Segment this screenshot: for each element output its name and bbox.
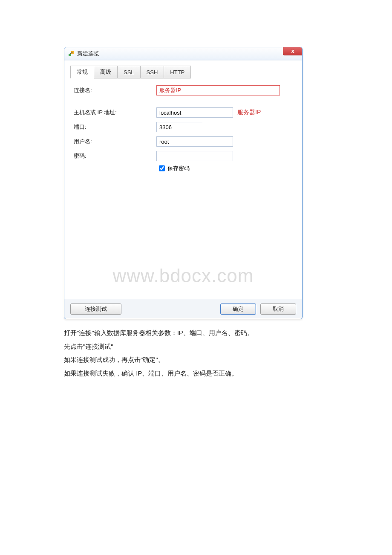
svg-rect-0 xyxy=(69,54,71,56)
cancel-button[interactable]: 取消 xyxy=(260,304,296,315)
label-save-password: 保存密码 xyxy=(167,165,190,172)
ok-button[interactable]: 确定 xyxy=(220,304,256,315)
port-input[interactable] xyxy=(156,122,203,132)
save-password-checkbox[interactable] xyxy=(159,165,165,171)
instruction-line: 如果连接测试失败，确认 IP、端口、用户名、密码是否正确。 xyxy=(64,367,328,380)
dialog-footer: 连接测试 确定 取消 xyxy=(64,299,302,319)
tab-advanced[interactable]: 高级 xyxy=(94,66,118,78)
label-password: 密码: xyxy=(71,152,156,160)
label-host: 主机名或 IP 地址: xyxy=(71,109,156,116)
conn-name-input[interactable] xyxy=(156,85,280,95)
host-input[interactable] xyxy=(156,107,233,118)
watermark: www.bdocx.com xyxy=(64,265,302,286)
tab-ssl[interactable]: SSL xyxy=(118,66,141,78)
instructions: 打开"连接"输入数据库服务器相关参数：IP、端口、用户名、密码。 先点击"连接测… xyxy=(64,326,328,380)
user-input[interactable] xyxy=(156,136,233,147)
tab-ssh[interactable]: SSH xyxy=(141,66,164,78)
label-user: 用户名: xyxy=(71,138,156,145)
tab-http[interactable]: HTTP xyxy=(164,66,191,78)
label-port: 端口: xyxy=(71,123,156,131)
host-annotation: 服务器IP xyxy=(237,109,261,116)
password-input[interactable] xyxy=(156,151,233,161)
test-connection-button[interactable]: 连接测试 xyxy=(70,304,121,315)
instruction-line: 如果连接测试成功，再点击"确定"。 xyxy=(64,353,328,367)
tab-general[interactable]: 常规 xyxy=(70,66,94,78)
instruction-line: 打开"连接"输入数据库服务器相关参数：IP、端口、用户名、密码。 xyxy=(64,326,328,340)
instruction-line: 先点击"连接测试" xyxy=(64,340,328,353)
close-button[interactable]: x xyxy=(283,47,303,55)
connect-icon xyxy=(68,50,75,57)
label-conn-name: 连接名: xyxy=(71,87,156,94)
new-connection-dialog: 新建连接 x 常规 高级 SSL SSH HTTP 连接名: 主机名或 IP 地… xyxy=(64,47,303,319)
tabs: 常规 高级 SSL SSH HTTP xyxy=(70,66,295,78)
dialog-body: 常规 高级 SSL SSH HTTP 连接名: 主机名或 IP 地址: 服务器I… xyxy=(64,60,302,299)
close-icon: x xyxy=(291,48,294,54)
dialog-title: 新建连接 xyxy=(77,50,99,58)
titlebar[interactable]: 新建连接 x xyxy=(64,47,302,60)
